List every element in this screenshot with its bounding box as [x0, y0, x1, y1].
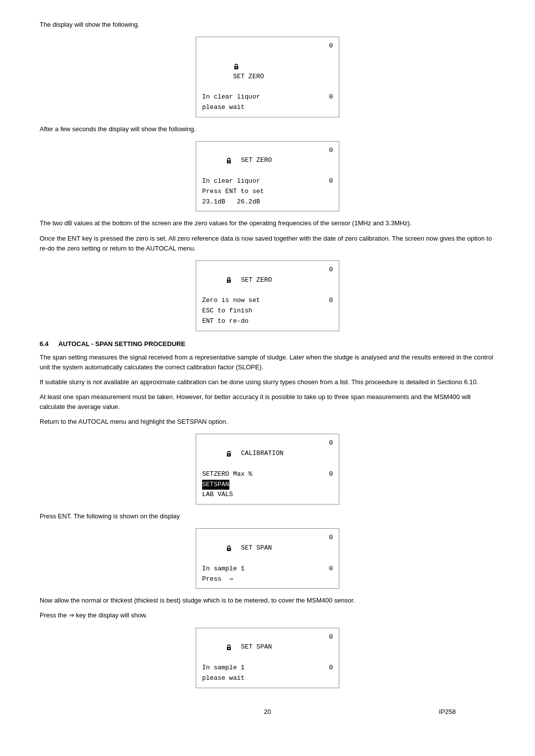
- display-box-2: SET ZERO 0 In clear liquor 0 Press ENT t…: [196, 141, 339, 212]
- svg-rect-5: [228, 281, 229, 282]
- page-number: 20: [40, 708, 495, 715]
- section-heading: 6.4 AUTOCAL - SPAN SETTING PROCEDURE: [40, 340, 495, 348]
- display3-line1: SET ZERO: [202, 265, 272, 296]
- svg-rect-7: [228, 454, 229, 455]
- setspan-highlighted: SETSPAN: [202, 480, 229, 490]
- svg-rect-3: [228, 161, 229, 162]
- display4-line1: CALIBRATION: [202, 438, 283, 469]
- section-number: 6.4: [40, 340, 49, 348]
- section-p3: At least one span measurement must be ta…: [40, 392, 495, 412]
- display-box-3: SET ZERO 0 Zero is now set 0 ESC to fini…: [196, 260, 339, 331]
- display-box-6: SET SPAN 0 In sample 1 0 please wait: [196, 628, 339, 688]
- section-title: AUTOCAL - SPAN SETTING PROCEDURE: [58, 340, 185, 348]
- section-p4: Return to the AUTOCAL menu and highlight…: [40, 417, 495, 427]
- paragraph-1: The two dB values at the bottom of the s…: [40, 218, 495, 228]
- display-box-1: SET ZERO 0 In clear liquor 0 please wait: [196, 37, 339, 118]
- section-p1: The span setting measures the signal rec…: [40, 353, 495, 372]
- paragraph-press-arrow: Press the ⇒ key the display will show.: [40, 610, 495, 620]
- display-box-4: CALIBRATION 0 SETZERO Max % 0 SETSPAN LA…: [196, 434, 339, 504]
- display6-line1: SET SPAN: [202, 632, 272, 663]
- section-p2: If suitable slurry is not available an a…: [40, 377, 495, 387]
- paragraph-2: Once the ENT key is pressed the zero is …: [40, 234, 495, 253]
- svg-rect-1: [236, 67, 237, 68]
- press-ent-text: Press ENT. The following is shown on the…: [40, 511, 495, 521]
- intro-text-1: The display will show the following.: [40, 20, 495, 30]
- svg-rect-11: [228, 648, 229, 649]
- paragraph-allow: Now allow the normal or thickest (thicke…: [40, 596, 495, 605]
- svg-rect-9: [228, 549, 229, 550]
- intro-text-2: After a few seconds the display will sho…: [40, 124, 495, 134]
- doc-ref: IP258: [439, 708, 456, 715]
- display5-line1: SET SPAN: [202, 533, 272, 563]
- display2-line1: SET ZERO: [202, 146, 272, 176]
- page-footer: 20 IP258: [40, 708, 495, 715]
- display-box-5: SET SPAN 0 In sample 1 0 Press ⇒: [196, 528, 339, 589]
- display1-line1: SET ZERO: [202, 41, 264, 93]
